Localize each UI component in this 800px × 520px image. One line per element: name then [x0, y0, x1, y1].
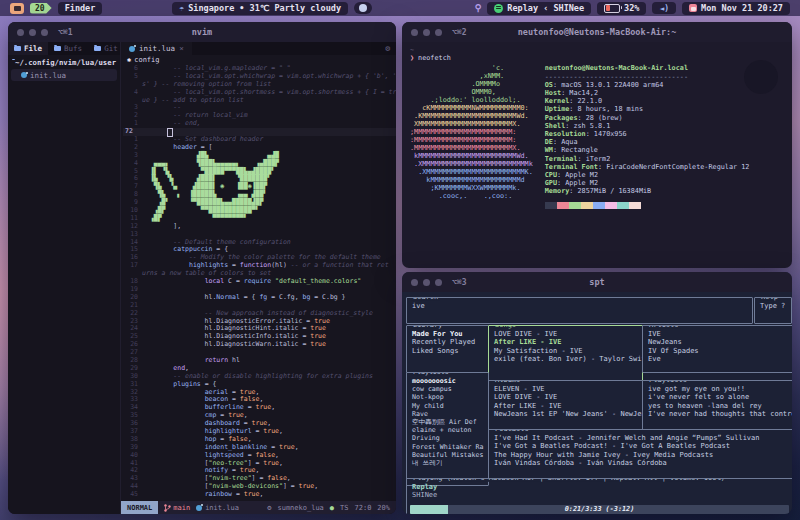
panel-label: Artists: [647, 325, 681, 329]
playlist-item[interactable]: My child: [410, 402, 488, 410]
song-item[interactable]: exile (feat. Bon Iver) - Taylor Swift,: [492, 355, 642, 363]
playlist-item[interactable]: 내 쓰레기: [410, 459, 488, 467]
playlist-item[interactable]: Not-kpop: [410, 393, 488, 401]
menu-bar: 20 Finder ☂ Singapore • 31℃ Partly cloud…: [0, 0, 800, 16]
playlist-item[interactable]: mooooooosic: [410, 377, 488, 385]
now-playing-widget[interactable]: Replay ‹ SHINee: [487, 2, 591, 15]
albums-panel: Albums ELEVEN - IVELOVE DIVE - IVEAfter …: [488, 380, 643, 430]
minimize-button[interactable]: [29, 29, 36, 36]
tree-file-item[interactable]: init.lua: [11, 69, 117, 81]
artist-item[interactable]: IVE: [646, 330, 792, 338]
search-panel[interactable]: Search ive: [406, 297, 753, 324]
tree-root-path[interactable]: ~/.config/nvim/lua/user: [8, 55, 120, 69]
playlist-item[interactable]: Driving: [410, 434, 488, 442]
terminal-titlebar[interactable]: ⌥⌘2 neutonfoo@Neutons-MacBook-Air:~: [402, 22, 792, 42]
clock-widget[interactable]: Mon Nov 21 20:27: [682, 2, 790, 15]
playlist-item[interactable]: Forest Whitaker Ra: [410, 443, 488, 451]
artist-item[interactable]: NewJeans: [646, 338, 792, 346]
playlist-item[interactable]: elaine + neuton: [410, 426, 488, 434]
sidebar-tab[interactable]: Git: [88, 42, 124, 55]
podcast-item[interactable]: Iván Vindas Córdoba - Iván Vindas Córdob…: [492, 459, 792, 467]
playlist-item[interactable]: cow campus: [410, 385, 488, 393]
code-editor[interactable]: 6 -- local_vim.g.mapleader = " " 5 -- lo…: [121, 65, 396, 501]
apple-menu-icon[interactable]: [10, 3, 24, 14]
logo-line: XMMMMMMMMMMMMMMMMMMMMMMMX.: [410, 120, 533, 128]
playlist-item[interactable]: i've never felt so alone: [646, 393, 792, 401]
lua-icon: [21, 72, 27, 78]
line-number: [123, 97, 142, 105]
panel-label: Search: [411, 297, 440, 301]
moon-icon: [359, 4, 367, 12]
sidebar-tab[interactable]: Bufs: [48, 42, 88, 55]
nvim-titlebar[interactable]: ⌥⌘1 nvim: [8, 22, 396, 42]
lua-icon: [129, 46, 135, 52]
sidebar-tab[interactable]: File: [8, 42, 48, 55]
playlist-item[interactable]: Beautiful Mistakes: [410, 451, 488, 459]
prompt-line: ❯ neofetch: [410, 54, 784, 62]
info-row: GPU: Apple M2: [545, 179, 750, 187]
album-item[interactable]: After LIKE - IVE: [492, 402, 642, 410]
minimize-button[interactable]: [423, 279, 430, 286]
moon-toggle[interactable]: [354, 2, 372, 14]
song-item[interactable]: After LIKE - IVE: [492, 338, 642, 346]
info-row: Packages: 28 (brew): [545, 114, 750, 122]
git-branch[interactable]: main: [164, 504, 190, 512]
progress-bar[interactable]: 0:21/3:33 (-3:12): [410, 505, 789, 514]
close-button[interactable]: [17, 29, 24, 36]
podcast-item[interactable]: I've Had It Podcast - Jennifer Welch and…: [492, 434, 792, 442]
neofetch-host: neutonfoo@Neutons-MacBook-Air.local: [545, 64, 750, 72]
podcast-item[interactable]: The Happy Hour with Jamie Ivey - Ivey Me…: [492, 451, 792, 459]
gear-icon[interactable]: ⚙: [379, 44, 396, 53]
active-app-menu[interactable]: Finder: [58, 2, 103, 15]
podcast-item[interactable]: I've Got a Beatles Podcast! - I've Got A…: [492, 442, 792, 450]
close-button[interactable]: [411, 29, 418, 36]
lsp-gear-icon: ⚙: [267, 504, 271, 512]
lsp-name: sumneko_lua: [277, 504, 323, 512]
panel-label: Albums: [493, 380, 522, 384]
space-badge[interactable]: 20: [30, 3, 52, 14]
album-item[interactable]: LOVE DIVE - IVE: [492, 393, 642, 401]
song-item[interactable]: LOVE DIVE - IVE: [492, 330, 642, 338]
album-item[interactable]: ELEVEN - IVE: [492, 385, 642, 393]
search-input[interactable]: ive: [410, 302, 752, 310]
line-number: 3: [123, 152, 142, 160]
close-button[interactable]: [411, 279, 418, 286]
song-item[interactable]: My Satisfaction - IVE: [492, 347, 642, 355]
playlist-item[interactable]: yes to heaven -lana del rey: [646, 402, 792, 410]
artist-item[interactable]: Eve: [646, 355, 792, 363]
statusline: NORMAL main init.lua ⚙ sumneko_lua ● TS …: [121, 501, 396, 514]
line-number: 6: [123, 65, 142, 73]
library-item[interactable]: Recently Played: [410, 338, 488, 346]
volume-widget[interactable]: ◄): [652, 2, 676, 14]
album-item[interactable]: NewJeans 1st EP 'New Jeans' - NewJeans: [492, 410, 642, 418]
zoom-button[interactable]: [435, 279, 442, 286]
weather-widget[interactable]: ☂ Singapore • 31℃ Partly cloudy: [172, 2, 348, 15]
library-item[interactable]: Liked Songs: [410, 347, 488, 355]
podcasts-panel: Podcasts I've Had It Podcast - Jennifer …: [488, 429, 792, 479]
battery-widget[interactable]: 32%: [597, 2, 646, 15]
minimize-button[interactable]: [423, 29, 430, 36]
library-item[interactable]: Made For You: [410, 330, 488, 338]
artist-item[interactable]: IV Of Spades: [646, 347, 792, 355]
pin-icon[interactable]: ⚲: [475, 3, 482, 13]
line-number: 4: [123, 89, 142, 97]
code-line: 12 ],: [123, 223, 396, 231]
terminal-output[interactable]: ~ ❯ neofetch 'c. ,xNMM. .OMMMMo OMMM0, .…: [402, 42, 792, 268]
logo-line: 'c.: [410, 64, 533, 72]
zoom-button[interactable]: [435, 29, 442, 36]
panel-label: Podcasts: [493, 429, 531, 433]
info-row: Kernel: 22.1.0: [545, 97, 750, 105]
folder-icon: [14, 46, 21, 51]
line-number: 5: [123, 73, 142, 81]
neofetch-output: 'c. ,xNMM. .OMMMMo OMMM0, .;loddo:' lool…: [410, 64, 784, 208]
found-playlists-panel: Playlists ive got my eye on you!!i've ne…: [642, 380, 792, 430]
playlist-item[interactable]: Rave: [410, 410, 488, 418]
playlist-item[interactable]: I've never had thoughts that control me: [646, 410, 792, 418]
playlist-item[interactable]: ive got my eye on you!!: [646, 385, 792, 393]
playlist-item[interactable]: 空中轟別區 Air Def: [410, 418, 488, 426]
zoom-button[interactable]: [41, 29, 48, 36]
spt-titlebar[interactable]: ⌥⌘3 spt: [402, 272, 792, 292]
close-icon[interactable]: ×: [179, 44, 184, 53]
buffer-tab[interactable]: init.lua ×: [121, 42, 192, 55]
logo-line: kMMMMMMMMMMMMMMMMMMMMMMd: [410, 176, 533, 184]
